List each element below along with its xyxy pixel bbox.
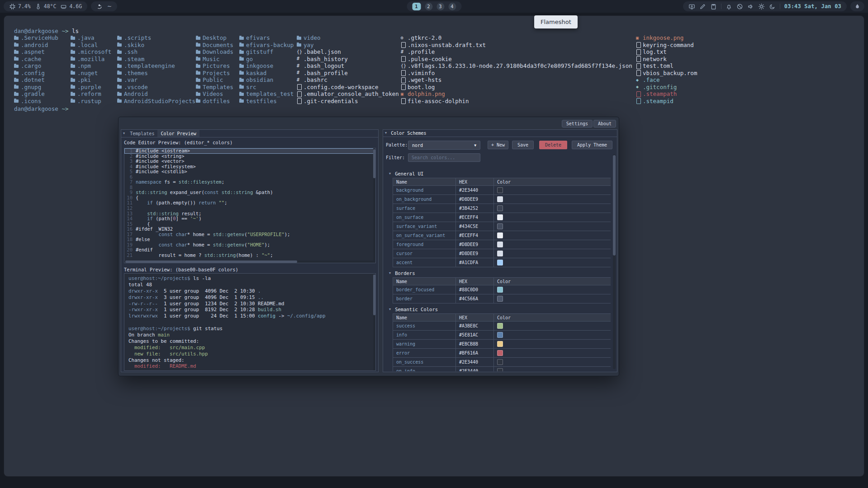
color-swatch[interactable] xyxy=(497,223,503,229)
file-entry[interactable]: kaskad xyxy=(239,70,294,77)
table-row[interactable]: on_success#2E3440 xyxy=(393,358,611,367)
screencast-icon[interactable] xyxy=(688,3,695,10)
table-row[interactable]: border_focused#88C0D0 xyxy=(393,285,611,294)
clock[interactable]: 03:43 Sat, Jan 03 xyxy=(784,3,841,9)
notifications-icon[interactable] xyxy=(726,3,732,10)
color-swatch[interactable] xyxy=(497,359,503,365)
color-swatch[interactable] xyxy=(497,296,503,302)
table-row[interactable]: background#2E3440 xyxy=(393,186,611,195)
file-entry[interactable]: dotfiles xyxy=(196,98,233,105)
code-editor-preview[interactable]: 1#include <iostream>2#include <string>3#… xyxy=(124,148,376,263)
file-entry[interactable]: .java xyxy=(71,34,111,42)
file-entry[interactable]: .android xyxy=(14,42,58,49)
shell-prompt[interactable]: dan@darkgoose ~> xyxy=(14,105,68,112)
file-entry[interactable]: AndroidStudioProjects xyxy=(117,98,195,105)
file-entry[interactable]: .steampath xyxy=(636,90,697,98)
color-swatch[interactable] xyxy=(497,187,503,193)
table-row[interactable]: on_info#2E3440 xyxy=(393,367,611,372)
workspace-2[interactable]: 2 xyxy=(425,3,432,10)
table-row[interactable]: surface#3B4252 xyxy=(393,204,611,213)
file-entry[interactable]: Public xyxy=(196,76,233,84)
file-entry[interactable]: video xyxy=(297,34,399,42)
file-entry[interactable]: Downloads xyxy=(196,48,233,56)
file-entry[interactable]: .git-credentials xyxy=(297,98,399,105)
color-picker-icon[interactable] xyxy=(699,3,706,10)
file-entry[interactable]: .purple xyxy=(71,84,111,91)
settings-button[interactable]: Settings xyxy=(562,120,593,128)
file-entry[interactable]: .aspnet xyxy=(14,48,58,56)
file-entry[interactable]: .npm xyxy=(71,62,111,70)
table-row[interactable]: foreground#D8DEE9 xyxy=(393,240,611,249)
file-entry[interactable]: vbios_backup.rom xyxy=(636,70,697,77)
volume-icon[interactable] xyxy=(747,3,754,10)
file-entry[interactable]: obsidian xyxy=(239,76,294,84)
section-header[interactable]: ▼General UI xyxy=(383,170,611,178)
table-row[interactable]: border#4C566A xyxy=(393,294,611,303)
file-entry[interactable]: #.bash_profile xyxy=(297,70,399,77)
chevron-down-icon[interactable]: ▼ xyxy=(387,272,393,275)
file-entry[interactable]: .skiko xyxy=(117,42,195,49)
about-button[interactable]: About xyxy=(593,120,616,128)
system-stats-pill[interactable]: 7.4% 48°C 4.6G xyxy=(4,1,87,11)
file-entry[interactable]: Pictures xyxy=(196,62,233,70)
file-entry[interactable]: Templates xyxy=(196,84,233,91)
file-entry[interactable]: Android xyxy=(117,90,195,98)
file-entry[interactable]: .mozilla xyxy=(71,56,111,63)
file-entry[interactable]: .var xyxy=(117,76,195,84)
workspace-1[interactable]: 1 xyxy=(412,3,421,10)
file-entry[interactable]: .nuget xyxy=(71,70,111,77)
scrollbar-thumb[interactable] xyxy=(373,275,375,315)
table-row[interactable]: on_background#D8DEE9 xyxy=(393,195,611,204)
file-entry[interactable]: .vscode xyxy=(117,84,195,91)
table-row[interactable]: error#BF616A xyxy=(393,349,611,358)
file-entry[interactable]: Documents xyxy=(196,42,233,49)
chevron-down-icon[interactable]: ▼ xyxy=(387,172,393,175)
scrollbar-thumb[interactable] xyxy=(613,155,616,256)
delete-button[interactable]: Delete xyxy=(539,141,567,149)
file-entry[interactable]: efivars xyxy=(239,34,294,42)
color-swatch[interactable] xyxy=(497,196,503,202)
color-swatch[interactable] xyxy=(497,214,503,220)
file-entry[interactable]: boot.log xyxy=(401,84,632,91)
file-entry[interactable]: keyring-command xyxy=(636,42,697,49)
file-entry[interactable]: .steam xyxy=(117,56,195,63)
file-entry[interactable]: {}.babel.json xyxy=(297,48,399,56)
workspace-4[interactable]: 4 xyxy=(448,3,456,10)
file-entry[interactable]: .emulator_console_auth_token xyxy=(297,90,399,98)
code-h-scrollbar[interactable] xyxy=(124,261,375,263)
file-entry[interactable]: .nixos-unstab.draft.txt xyxy=(401,42,632,49)
color-swatch[interactable] xyxy=(497,350,503,356)
file-entry[interactable]: .icons xyxy=(14,98,58,105)
table-row[interactable]: accent#A1CDFA xyxy=(393,258,611,267)
color-swatch[interactable] xyxy=(497,205,503,211)
file-entry[interactable]: src xyxy=(239,84,294,91)
filter-input[interactable] xyxy=(408,153,480,162)
distro-pill[interactable]: ~ xyxy=(91,1,117,11)
section-header[interactable]: ▼Semantic Colors xyxy=(383,305,611,313)
file-entry[interactable]: ◆.gitconfig xyxy=(636,84,697,91)
color-swatch[interactable] xyxy=(497,260,503,265)
file-entry[interactable]: ▣inkgoose.png xyxy=(636,34,697,42)
file-entry[interactable]: .rustup xyxy=(71,98,111,105)
file-entry[interactable]: log.txt xyxy=(636,48,697,56)
file-entry[interactable]: gitstuff xyxy=(239,48,294,56)
file-entry[interactable]: #.bashrc xyxy=(297,76,399,84)
color-swatch[interactable] xyxy=(497,368,503,371)
file-entry[interactable]: ▣dolphin.png xyxy=(401,90,632,98)
file-entry[interactable]: .ssh xyxy=(117,48,195,56)
color-swatch[interactable] xyxy=(497,341,503,347)
color-swatch[interactable] xyxy=(497,242,503,247)
file-entry[interactable]: ◆.face xyxy=(636,76,697,84)
tab-templates[interactable]: Templates xyxy=(127,130,157,137)
table-row[interactable]: success#A3BE8C xyxy=(393,322,611,331)
chevron-down-icon[interactable]: ▼ xyxy=(121,132,127,135)
scrollbar-thumb[interactable] xyxy=(373,149,375,178)
file-entry[interactable]: .gradle xyxy=(14,90,58,98)
color-swatch[interactable] xyxy=(497,332,503,338)
file-entry[interactable]: .cargo xyxy=(14,62,58,70)
table-row[interactable]: warning#EBCB8B xyxy=(393,340,611,349)
file-entry[interactable]: .wget-hsts xyxy=(401,76,632,84)
file-entry[interactable]: Videos xyxy=(196,90,233,98)
brightness-icon[interactable] xyxy=(758,3,765,10)
section-header[interactable]: ▼Borders xyxy=(383,269,611,277)
